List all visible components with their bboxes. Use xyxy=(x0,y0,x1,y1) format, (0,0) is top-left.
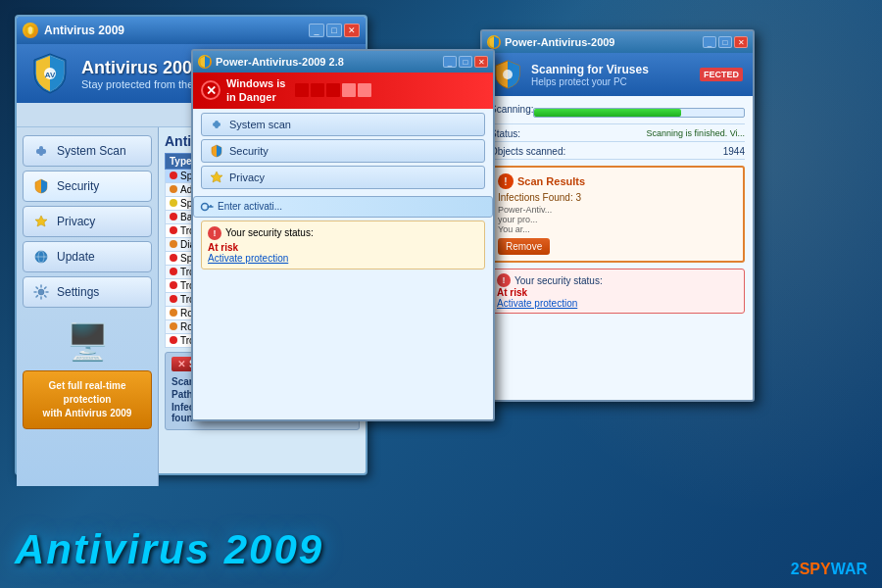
scanning-header-info: Scanning for Viruses Helps protect your … xyxy=(531,63,649,87)
minimize-button[interactable]: _ xyxy=(309,24,324,37)
danger-banner: ✕ Windows is in Danger xyxy=(193,73,493,109)
promo-line1: Get full real-time protection xyxy=(29,379,145,407)
third-security-status-label: Your security status: xyxy=(514,275,603,286)
activation-row[interactable]: Enter activati... xyxy=(193,196,493,218)
threat-indicator xyxy=(170,199,177,207)
threat-indicator xyxy=(170,172,177,179)
promo-box[interactable]: Get full real-time protection with Antiv… xyxy=(23,370,152,429)
threat-indicator xyxy=(170,336,177,344)
security-label: Security xyxy=(57,179,99,193)
main-window-title: Antivirus 2009 xyxy=(44,24,303,37)
threat-indicator xyxy=(170,185,177,193)
third-security-status-row: ! Your security status: xyxy=(497,273,738,287)
wrench-icon xyxy=(31,141,51,161)
svg-point-15 xyxy=(503,70,513,79)
second-security-status-box: ! Your security status: At risk Activate… xyxy=(201,220,485,270)
second-window-title: Power-Antivirus-2009 2.8 xyxy=(216,56,439,68)
svg-point-8 xyxy=(38,289,44,295)
sidebar-item-security[interactable]: Security xyxy=(23,171,152,202)
watermark: 2SPYWAR xyxy=(791,561,867,578)
scanning-progress-row: Scanning: xyxy=(490,104,745,124)
system-scan-label: System Scan xyxy=(57,144,126,158)
second-nav: System scan Security Privacy xyxy=(193,109,493,193)
scanning-shield-icon xyxy=(492,59,523,90)
danger-text: Windows is in Danger xyxy=(226,76,285,105)
infected-badge: FECTED xyxy=(700,68,743,81)
third-close-button[interactable]: ✕ xyxy=(734,36,748,48)
scan-results-title: ! Scan Results xyxy=(498,173,737,189)
sidebar-item-settings[interactable]: Settings xyxy=(23,276,152,308)
svg-marker-11 xyxy=(211,172,222,182)
danger-bar-4 xyxy=(342,83,356,97)
second-title-bar: Power-Antivirus-2009 2.8 _ □ ✕ xyxy=(193,51,493,73)
sidebar-item-update[interactable]: Update xyxy=(23,241,152,272)
star-icon xyxy=(31,212,51,231)
second-system-scan[interactable]: System scan xyxy=(201,113,485,136)
update-label: Update xyxy=(57,250,95,264)
third-danger-icon: ! xyxy=(497,273,511,287)
globe-icon xyxy=(31,247,51,267)
scan-results-box: ! Scan Results Infections Found: 3 Power… xyxy=(490,166,745,263)
svg-rect-3 xyxy=(39,146,43,156)
bottom-title: Antivirus 2009 xyxy=(15,526,323,573)
third-window-icon xyxy=(487,35,501,49)
promo-line2: with Antivirus 2009 xyxy=(29,407,145,420)
windows-danger-line2: in Danger xyxy=(226,90,285,104)
objects-label: Objects scanned: xyxy=(490,146,565,157)
danger-x-icon: ✕ xyxy=(201,80,220,100)
second-security[interactable]: Security xyxy=(201,139,485,163)
wrench-icon-small xyxy=(210,118,223,131)
third-win-controls: _ □ ✕ xyxy=(703,36,748,48)
third-minimize-button[interactable]: _ xyxy=(703,36,716,48)
your-security-row: ! Your security status: xyxy=(208,226,478,240)
second-minimize-button[interactable]: _ xyxy=(443,56,457,68)
main-window-icon xyxy=(23,23,38,38)
threat-indicator xyxy=(170,295,177,303)
sidebar-item-system-scan[interactable]: System Scan xyxy=(23,135,152,167)
security-status-label: Your security status: xyxy=(225,227,314,238)
sidebar-item-privacy[interactable]: Privacy xyxy=(23,206,152,237)
third-activate-link[interactable]: Activate protection xyxy=(497,298,738,309)
third-maximize-button[interactable]: □ xyxy=(718,36,732,48)
maximize-button[interactable]: □ xyxy=(326,24,342,37)
main-title-bar: Antivirus 2009 _ □ ✕ xyxy=(17,17,366,44)
second-privacy[interactable]: Privacy xyxy=(201,166,485,189)
third-at-risk: At risk xyxy=(497,287,738,298)
gear-icon xyxy=(31,282,51,302)
danger-progress-bars xyxy=(295,83,371,97)
svg-rect-10 xyxy=(215,121,219,128)
danger-bar-3 xyxy=(326,83,340,97)
status-row: Status: Scanning is finished. Vi... xyxy=(490,128,745,142)
infections-found-text: Infections Found: 3 xyxy=(498,192,737,203)
second-close-button[interactable]: ✕ xyxy=(474,56,488,68)
danger-bar-2 xyxy=(311,83,324,97)
remove-button[interactable]: Remove xyxy=(498,238,550,255)
second-maximize-button[interactable]: □ xyxy=(459,56,472,68)
second-security-label: Security xyxy=(229,145,269,157)
third-title-bar: Power-Antivirus-2009 _ □ ✕ xyxy=(482,31,753,53)
watermark-spy: SPY xyxy=(800,561,831,577)
danger-bar-5 xyxy=(358,83,371,97)
monitor-area: 🖥️ xyxy=(23,321,152,367)
scanning-row-label: Scanning: xyxy=(490,104,533,122)
activate-link[interactable]: Activate protection xyxy=(208,253,478,264)
scan-progress-bar xyxy=(533,108,745,118)
danger-icon-small: ! xyxy=(208,226,221,240)
third-window-title: Power-Antivirus-2009 xyxy=(505,36,699,48)
results-icon: ! xyxy=(498,173,514,189)
window-controls: _ □ ✕ xyxy=(309,24,360,37)
third-window: Power-Antivirus-2009 _ □ ✕ Scanning for … xyxy=(480,29,755,402)
scanning-header: Scanning for Viruses Helps protect your … xyxy=(482,53,753,96)
close-button[interactable]: ✕ xyxy=(344,24,360,37)
third-security-status: ! Your security status: At risk Activate… xyxy=(490,269,745,314)
scanning-header-subtitle: Helps protect your PC xyxy=(531,76,649,87)
svg-marker-4 xyxy=(35,216,47,226)
sidebar: System Scan Security Privacy xyxy=(17,127,159,486)
second-system-scan-label: System scan xyxy=(229,119,291,130)
settings-label: Settings xyxy=(57,285,99,299)
shield-icon-large: AV xyxy=(28,52,72,95)
threat-indicator xyxy=(170,309,177,317)
threat-indicator xyxy=(170,226,177,234)
threat-indicator xyxy=(170,322,177,330)
key-icon xyxy=(200,200,214,214)
